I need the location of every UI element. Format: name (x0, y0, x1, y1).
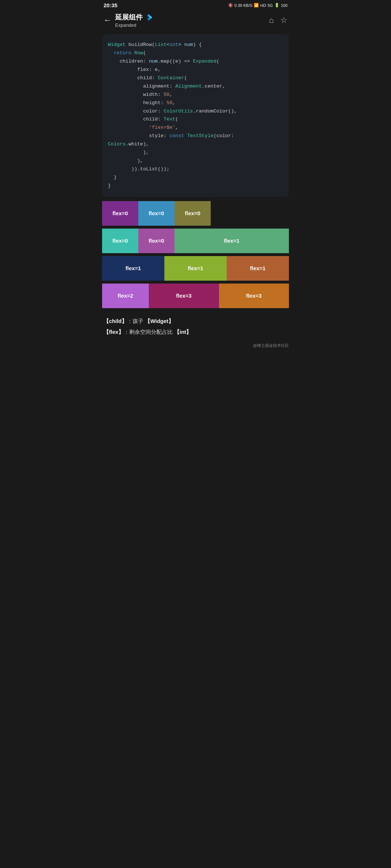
watermark: @稀土掘金技术社区 (98, 341, 293, 353)
flex-cell-3-1: flex=1 (102, 256, 164, 281)
flex-cell-2-3: flex=1 (175, 229, 289, 253)
hd-icon: HD (260, 3, 266, 8)
desc-flex-type: 【int】 (174, 329, 192, 335)
desc-flex-text: ：剩余空间分配占比 (124, 329, 174, 335)
app-bar-title-block: 延展组件 Expanded (115, 13, 153, 28)
flex-cell-3-2: flex=1 (164, 256, 227, 281)
status-bar: 20:35 🔇 0.39 KB/S 📶 HD 5G 🔋 100 (98, 0, 293, 10)
code-block: Widget buildRow(List<int> num) { return … (108, 41, 283, 190)
flex-cell-3-3: flex=1 (227, 256, 289, 281)
home-button[interactable]: ⌂ (269, 16, 274, 25)
status-time: 20:35 (104, 2, 117, 8)
wifi-icon: 📶 (254, 3, 259, 8)
code-container: Widget buildRow(List<int> num) { return … (102, 34, 289, 197)
flex-cell-1-3: flex=0 (175, 201, 211, 226)
mute-icon: 🔇 (228, 3, 233, 8)
app-bar-title: 延展组件 (115, 13, 153, 22)
desc-child: 【child】：孩子 【Widget】 (104, 317, 287, 326)
flex-row-2: flex=0 flex=0 flex=1 (102, 229, 289, 253)
desc-flex: 【flex】：剩余空间分配占比 【int】 (104, 328, 287, 336)
title-text: 延展组件 (115, 13, 143, 22)
status-icons: 🔇 0.39 KB/S 📶 HD 5G 🔋 100 (228, 3, 287, 8)
network-icon: 5G (268, 3, 273, 8)
desc-section: 【child】：孩子 【Widget】 【flex】：剩余空间分配占比 【int… (104, 317, 287, 336)
flutter-logo-icon (145, 13, 153, 21)
demo-section: flex=0 flex=0 flex=0 flex=0 flex=0 flex=… (102, 201, 289, 308)
flex-row-3: flex=1 flex=1 flex=1 (102, 256, 289, 281)
flex-cell-4-3: flex=3 (219, 284, 289, 308)
back-button[interactable]: ← (104, 16, 112, 25)
app-bar-left: ← 延展组件 Expanded (104, 13, 153, 28)
desc-flex-key: 【flex】 (104, 329, 124, 335)
flex-cell-2-1: flex=0 (102, 229, 138, 253)
flex-row-4: flex=2 flex=3 flex=3 (102, 284, 289, 308)
desc-child-text: ：孩子 (127, 318, 145, 324)
battery-icon: 🔋 (274, 3, 279, 8)
star-button[interactable]: ☆ (280, 16, 287, 25)
flex-cell-2-2: flex=0 (138, 229, 175, 253)
desc-child-key: 【child】 (104, 318, 127, 324)
flex-cell-1-2: flex=0 (138, 201, 175, 226)
app-bar: ← 延展组件 Expanded ⌂ ☆ (98, 10, 293, 31)
app-bar-subtitle: Expanded (115, 22, 153, 28)
flex-cell-1-1: flex=0 (102, 201, 138, 226)
desc-child-type: 【Widget】 (145, 318, 174, 324)
app-bar-right: ⌂ ☆ (269, 16, 287, 25)
flex-row-1: flex=0 flex=0 flex=0 (102, 201, 289, 226)
flex-cell-4-1: flex=2 (102, 284, 149, 308)
battery-level: 100 (281, 3, 287, 8)
flex-cell-4-2: flex=3 (149, 284, 219, 308)
signal-speed: 0.39 KB/S (235, 3, 253, 8)
